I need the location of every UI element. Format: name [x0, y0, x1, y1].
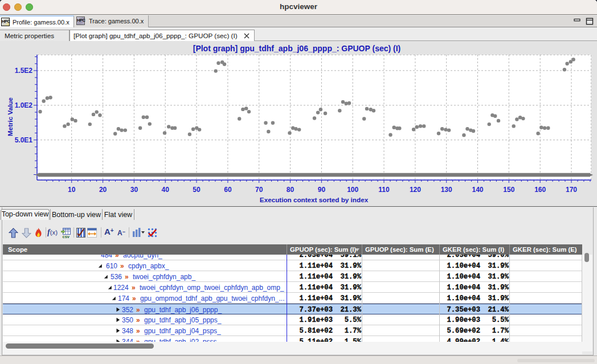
svg-text:30: 30 [130, 186, 138, 194]
svg-text:1.0E2: 1.0E2 [15, 101, 33, 109]
svg-text:140: 140 [472, 186, 483, 194]
svg-text:Execution context sorted by in: Execution context sorted by index [260, 196, 369, 203]
svg-text:110: 110 [378, 186, 390, 194]
svg-text:90: 90 [318, 186, 326, 194]
svg-text:40: 40 [162, 186, 170, 194]
svg-text:150: 150 [503, 186, 514, 194]
svg-text:100: 100 [347, 186, 358, 194]
svg-text:80: 80 [287, 186, 295, 194]
svg-text:5.0E1: 5.0E1 [15, 136, 33, 144]
svg-text:50: 50 [193, 186, 201, 194]
svg-text:60: 60 [224, 186, 232, 194]
svg-text:[Plot graph] gpu_tdhf_apb_j06_: [Plot graph] gpu_tdhf_apb_j06_pppp_: GPU… [193, 44, 401, 53]
svg-text:10: 10 [68, 186, 76, 194]
svg-text:130: 130 [441, 186, 452, 194]
svg-text:20: 20 [99, 186, 107, 194]
svg-text:160: 160 [534, 186, 546, 194]
svg-text:csv: csv [63, 234, 70, 239]
svg-text:70: 70 [255, 186, 263, 194]
svg-text:Metric Value: Metric Value [6, 97, 14, 136]
svg-text:120: 120 [410, 186, 421, 194]
svg-text:1.5E2: 1.5E2 [15, 67, 33, 75]
svg-text:170: 170 [566, 186, 577, 194]
